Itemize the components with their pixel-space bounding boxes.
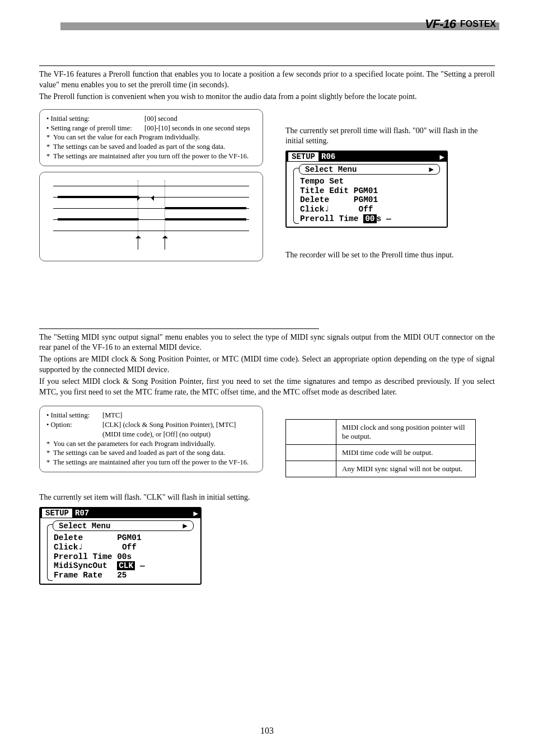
preroll-right-column: The currently set preroll time will flas… — [285, 109, 495, 263]
midisync-flash-text: The currently set item will flash. "CLK"… — [39, 492, 263, 503]
note: The settings are maintained after you tu… — [53, 152, 249, 161]
table-row: MIDI time code will be output. — [286, 444, 476, 461]
preroll-intro-2: The Preroll function is convenient when … — [39, 92, 495, 102]
lcd-tab: SETUP — [288, 152, 319, 162]
value: [00]-[10] seconds in one second steps — [144, 124, 250, 133]
lcd-menu-body: Tempo Set Title Edit PGM01 Delete PGM01 … — [287, 176, 447, 227]
note: The settings are maintained after you tu… — [53, 458, 249, 467]
table-cell: MIDI clock and song position pointer wil… — [336, 419, 476, 444]
note: You can set the parameters for each Prog… — [53, 439, 216, 449]
lcd-select-menu: Select Menu▶ — [299, 164, 440, 175]
label: • Initial setting: — [46, 114, 144, 124]
preroll-intro-1: The VF-16 features a Preroll function th… — [39, 69, 495, 91]
lcd-tab: SETUP — [41, 508, 73, 518]
note: You can set the value for each Program i… — [53, 133, 200, 142]
section-title-preroll — [39, 56, 495, 66]
label: • Initial setting: — [46, 411, 102, 420]
tab-arrow-icon: ▶ — [440, 152, 444, 162]
preroll-result-text: The recorder will be set to the Preroll … — [285, 250, 495, 260]
lcd-screen-preroll: SETUP R06 ▶ Select Menu▶ Tempo Set Title… — [285, 151, 448, 228]
midisync-intro-3: If you select MIDI clock & Song Position… — [39, 377, 495, 398]
value: [MTC] — [102, 411, 122, 420]
midi-options-table: MIDI clock and song position pointer wil… — [285, 419, 476, 477]
page-number: 103 — [0, 726, 534, 736]
midisync-right-column: MIDI clock and song position pointer wil… — [285, 406, 495, 585]
lcd-screen-midisync: SETUP R07 ▶ Select Menu▶ Delete PGM01 Cl… — [39, 507, 202, 584]
label: • Setting range of preroll time: — [46, 124, 144, 133]
page-content: The VF-16 features a Preroll function th… — [39, 56, 495, 585]
preroll-flash-text: The currently set preroll time will flas… — [285, 126, 495, 146]
value: [CLK] (clock & Song Position Pointer), [… — [102, 420, 256, 439]
company-name: FOSTEX — [460, 19, 496, 29]
lcd-select-menu: Select Menu▶ — [53, 520, 194, 531]
midisync-settings-box: • Initial setting: [MTC] • Option: [CLK]… — [39, 406, 263, 472]
table-cell: MIDI time code will be output. — [336, 444, 476, 461]
table-cell: Any MIDI sync signal will not be output. — [336, 461, 476, 477]
table-row: MIDI clock and song position pointer wil… — [286, 419, 476, 444]
tab-arrow-icon: ▶ — [194, 509, 198, 518]
lcd-tab: R07 — [73, 509, 91, 518]
lcd-tab: R06 — [319, 152, 338, 161]
table-row: Any MIDI sync signal will not be output. — [286, 461, 476, 477]
preroll-settings-box: • Initial setting: [00] second • Setting… — [39, 109, 263, 166]
preroll-diagram — [39, 172, 263, 261]
lcd-menu-body: Delete PGM01 Click♩ Off Preroll Time 00s… — [40, 532, 200, 583]
brand-logo: VF-16 FOSTEX — [425, 17, 496, 31]
preroll-left-column: • Initial setting: [00] second • Setting… — [39, 109, 263, 263]
model-name: VF-16 — [425, 17, 456, 31]
value: [00] second — [144, 114, 177, 124]
midisync-intro-1: The "Setting MIDI sync output signal" me… — [39, 332, 495, 354]
note: The settings can be saved and loaded as … — [53, 142, 225, 152]
note: The settings can be saved and loaded as … — [53, 448, 225, 458]
midisync-intro-2: The options are MIDI clock & Song Positi… — [39, 354, 495, 375]
label: • Option: — [46, 420, 102, 439]
midisync-left-column: • Initial setting: [MTC] • Option: [CLK]… — [39, 406, 263, 585]
section-title-midisync — [39, 319, 319, 329]
